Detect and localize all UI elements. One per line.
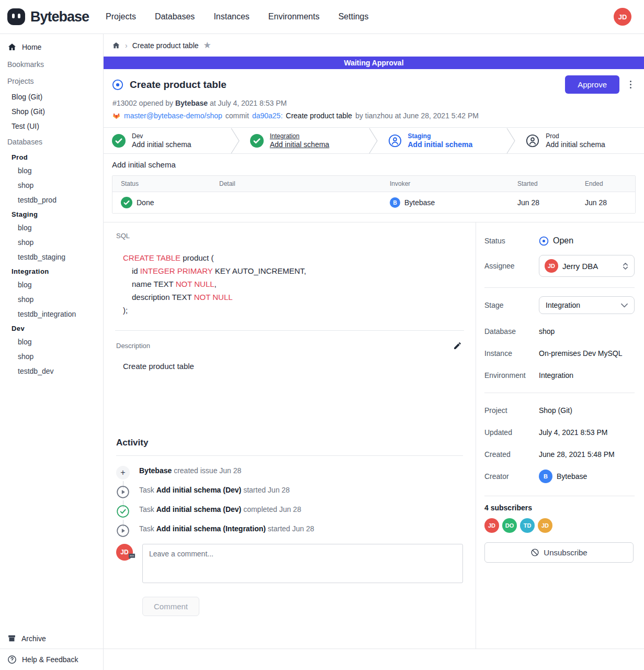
sidebar-databases-tree: Prodblogshoptestdb_prodStagingblogshopte…	[0, 150, 103, 378]
description-label: Description	[116, 342, 150, 350]
sidebar-db-item[interactable]: shop	[0, 178, 103, 193]
sidebar-db-item[interactable]: shop	[0, 292, 103, 307]
environment-value: Integration	[539, 371, 573, 379]
sidebar: Home Bookmarks Projects Blog (Git)Shop (…	[0, 34, 104, 670]
assignee-label: Assignee	[484, 262, 539, 270]
sidebar-db-item[interactable]: shop	[0, 235, 103, 250]
assignee-select[interactable]: JD Jerry DBA	[539, 255, 635, 277]
sidebar-env-integration[interactable]: Integration	[0, 264, 103, 277]
bytebase-logo[interactable]: Bytebase	[6, 7, 89, 27]
nav-item-databases[interactable]: Databases	[155, 12, 195, 21]
page-title: Create product table	[130, 79, 565, 91]
subscriber-avatar[interactable]: TD	[520, 518, 535, 533]
sidebar-db-item[interactable]: shop	[0, 349, 103, 364]
breadcrumb: › Create product table ★	[104, 34, 644, 57]
unsubscribe-button[interactable]: Unsubscribe	[484, 542, 634, 563]
sidebar-section-projects[interactable]: Projects	[0, 73, 103, 90]
updated-value: July 4, 2021 8:53 PM	[539, 428, 608, 437]
edit-description-pencil-icon[interactable]	[452, 340, 463, 351]
sidebar-item-home[interactable]: Home	[0, 38, 103, 56]
stage-chevron-separator	[230, 128, 242, 154]
project-value[interactable]: Shop (Git)	[539, 406, 572, 415]
sidebar-project-item[interactable]: Blog (Git)	[0, 90, 103, 104]
comment-button[interactable]: Comment	[142, 597, 199, 616]
comment-composer: JD	[116, 544, 463, 583]
nav-item-instances[interactable]: Instances	[213, 12, 249, 21]
sidebar-db-item[interactable]: testdb_integration	[0, 307, 103, 321]
commit-message: Create product table	[286, 111, 352, 120]
commit-hash-link[interactable]: da90a25:	[252, 111, 283, 120]
sidebar-db-item[interactable]: blog	[0, 163, 103, 178]
top-navbar: Bytebase ProjectsDatabasesInstancesEnvir…	[0, 0, 644, 34]
help-icon	[7, 655, 17, 664]
activity-title: Activity	[116, 438, 463, 448]
task-col-detail: Detail	[211, 180, 381, 187]
commit-branch-link[interactable]: master@bytebase-demo/shop	[124, 111, 222, 120]
main-nav: ProjectsDatabasesInstancesEnvironmentsSe…	[106, 12, 368, 21]
pipeline-stage-integration[interactable]: Integration Add initial schema	[242, 128, 368, 153]
sidebar-env-staging[interactable]: Staging	[0, 207, 103, 220]
task-col-ended: Ended	[577, 180, 635, 187]
issue-meta: #13002 opened by Bytebase at July 4, 202…	[112, 99, 636, 107]
sidebar-item-archive[interactable]: Archive	[0, 628, 103, 649]
stage-pending-approval-icon	[526, 134, 539, 148]
breadcrumb-home-icon[interactable]	[112, 41, 120, 50]
pipeline-stage-dev[interactable]: Dev Add initial schema	[104, 128, 230, 153]
issue-menu-kebab-icon[interactable]	[626, 77, 636, 92]
subscriber-avatar[interactable]: DO	[502, 518, 517, 533]
comment-input[interactable]	[142, 544, 463, 583]
sidebar-project-item[interactable]: Test (UI)	[0, 119, 103, 133]
sidebar-db-item[interactable]: testdb_staging	[0, 250, 103, 264]
description-content: Create product table	[123, 362, 463, 371]
sidebar-help-label: Help & Feedback	[22, 655, 78, 664]
project-label: Project	[484, 406, 539, 415]
subscribers-count: 4 subscribers	[484, 504, 635, 512]
creator-value: Bytebase	[557, 472, 587, 481]
task-section-title: Add initial schema	[112, 160, 636, 169]
nav-item-environments[interactable]: Environments	[268, 12, 320, 21]
sql-line: );	[123, 304, 463, 317]
task-table-row[interactable]: Done B Bytebase Jun 28 Jun 28	[112, 192, 635, 213]
assignee-avatar: JD	[545, 259, 558, 273]
sidebar-env-prod[interactable]: Prod	[0, 150, 103, 163]
sidebar-item-bookmarks[interactable]: Bookmarks	[0, 56, 103, 73]
stage-done-icon	[250, 134, 264, 148]
sidebar-project-item[interactable]: Shop (Git)	[0, 104, 103, 119]
user-avatar[interactable]: JD	[614, 8, 631, 26]
pipeline-stage-staging[interactable]: Staging Add initial schema	[380, 128, 506, 153]
sidebar-db-item[interactable]: testdb_prod	[0, 193, 103, 207]
sidebar-db-item[interactable]: testdb_dev	[0, 364, 103, 378]
stage-label: Stage	[484, 301, 539, 309]
sidebar-env-dev[interactable]: Dev	[0, 321, 103, 334]
subscriber-avatar[interactable]: JD	[538, 518, 552, 533]
issue-author: Bytebase	[175, 99, 208, 107]
activity-timeline: + Bytebase created issue Jun 28 Task Add…	[116, 461, 463, 539]
sidebar-item-help-feedback[interactable]: Help & Feedback	[0, 649, 103, 670]
sidebar-db-item[interactable]: blog	[0, 277, 103, 292]
status-open-icon	[539, 236, 549, 246]
task-ended-cell: Jun 28	[577, 198, 635, 207]
invoker-avatar: B	[390, 197, 400, 208]
sidebar-db-item[interactable]: blog	[0, 220, 103, 235]
sql-line: name TEXT NOT NULL,	[123, 277, 463, 291]
pipeline-stage-prod[interactable]: Prod Add initial schema	[517, 128, 644, 153]
commit-word: commit	[225, 111, 249, 120]
task-started-play-icon	[116, 485, 130, 499]
sql-label: SQL	[116, 232, 463, 240]
task-col-invoker: Invoker	[381, 180, 509, 187]
bookmark-star-icon[interactable]: ★	[204, 41, 211, 50]
activity-item: Task Add initial schema (Dev) completed …	[116, 500, 463, 519]
sidebar-db-item[interactable]: blog	[0, 334, 103, 349]
bytebase-app: Bytebase ProjectsDatabasesInstancesEnvir…	[0, 0, 644, 670]
stage-select[interactable]: Integration	[539, 296, 635, 314]
ban-icon	[530, 548, 539, 557]
approve-button[interactable]: Approve	[565, 75, 619, 94]
created-label: Created	[484, 450, 539, 459]
nav-item-settings[interactable]: Settings	[338, 12, 369, 21]
sql-line: id INTEGER PRIMARY KEY AUTO_INCREMENT,	[123, 264, 463, 277]
created-value: June 28, 2021 5:48 PM	[539, 450, 615, 459]
subscriber-avatar[interactable]: JD	[484, 518, 499, 533]
instance-value: On-premises Dev MySQL	[539, 349, 622, 358]
nav-item-projects[interactable]: Projects	[106, 12, 136, 21]
sidebar-section-databases[interactable]: Databases	[0, 133, 103, 150]
